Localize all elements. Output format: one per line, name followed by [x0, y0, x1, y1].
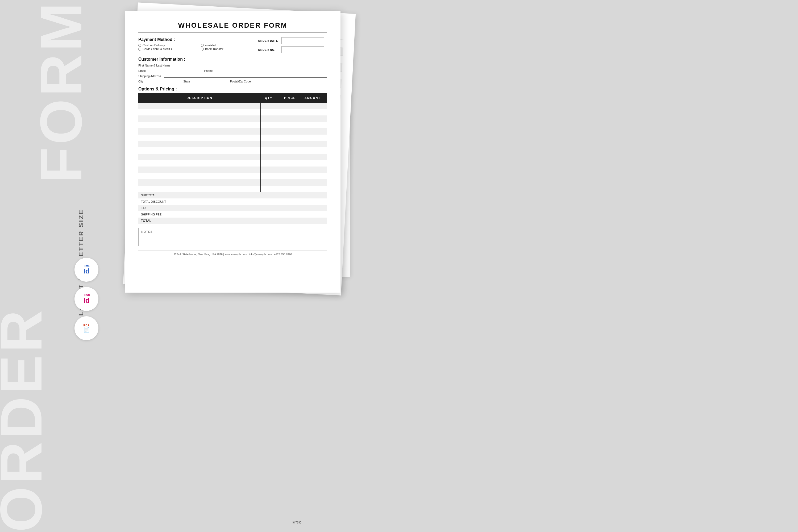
summary-row-discount: TOTAL DISCOUNT [138, 198, 327, 205]
label-total: TOTAL [141, 219, 258, 223]
payment-option-cod: Cash on Delivery [138, 44, 195, 47]
label-tax: TAX [141, 206, 258, 210]
table-row[interactable] [138, 186, 327, 192]
payment-label-card: Cards ( debit & credit ) [142, 48, 172, 51]
document-title: WHOLESALE ORDER FORM [138, 21, 327, 30]
summary-row-total: TOTAL [138, 217, 327, 224]
order-date-input[interactable] [281, 37, 324, 44]
title-divider [138, 32, 327, 33]
payment-label-cod: Cash on Delivery [142, 44, 165, 47]
table-vline-2 [282, 103, 282, 192]
footer-text: 1234/k State Name, New York, USA 9876 | … [174, 253, 292, 256]
main-document: WHOLESALE ORDER FORM Payment Method : Ca… [125, 11, 341, 292]
table-header-row: DESCRIPTION QTY PRICE AMOUNT [138, 93, 327, 103]
label-phone: Phone [204, 69, 213, 72]
table-row[interactable] [138, 109, 327, 115]
table-row[interactable] [138, 122, 327, 128]
col-header-amount: AMOUNT [301, 96, 324, 99]
watermark-order-text: ORDER [0, 307, 51, 532]
notes-label: NOTES [141, 230, 153, 233]
table-vline-1 [261, 103, 261, 192]
label-email: Email [138, 69, 146, 72]
table-body: SUBTOTAL TOTAL DISCOUNT TAX [138, 103, 327, 224]
radio-ewallet[interactable] [201, 44, 204, 47]
radio-card[interactable] [138, 48, 141, 51]
icon-idml[interactable]: IDML Id [75, 258, 98, 282]
icons-container: IDML Id INDD Id PDF 📄 [75, 258, 98, 340]
pdf-icon: 📄 [83, 327, 90, 332]
radio-bank[interactable] [201, 48, 204, 51]
table-row[interactable] [138, 128, 327, 135]
form-row-city-state: City State Postal/Zip Code [138, 79, 327, 83]
label-subtotal: SUBTOTAL [141, 194, 258, 197]
order-no-label: ORDER NO. [258, 49, 279, 51]
notes-section: NOTES [138, 228, 327, 246]
form-row-shipping: Shipping Address [138, 74, 327, 78]
input-state[interactable] [193, 79, 227, 83]
icon-indd[interactable]: INDD Id [75, 287, 98, 311]
idml-icon: Id [83, 268, 89, 274]
payment-option-ewallet: e-Wallet [201, 44, 258, 47]
icon-pdf[interactable]: PDF 📄 [75, 316, 98, 340]
label-discount: TOTAL DISCOUNT [141, 200, 258, 203]
order-date-field: ORDER DATE [258, 37, 327, 44]
table-vline-3 [303, 103, 304, 192]
input-postal[interactable] [253, 79, 288, 83]
payment-method-title: Payment Method : [138, 37, 258, 42]
customer-info-title: Customer Information : [138, 57, 327, 62]
summary-rows: SUBTOTAL TOTAL DISCOUNT TAX [138, 192, 327, 224]
watermark-form-text: FORM [32, 0, 88, 183]
radio-cod[interactable] [138, 44, 141, 47]
col-header-description: DESCRIPTION [141, 96, 258, 99]
payment-left: Payment Method : Cash on Delivery e-Wall… [138, 37, 258, 51]
col-header-price: PRICE [279, 96, 301, 99]
pricing-table: DESCRIPTION QTY PRICE AMOUNT [138, 93, 327, 224]
table-row[interactable] [138, 147, 327, 154]
summary-vline [303, 192, 304, 224]
indd-icon: Id [83, 297, 89, 304]
order-no-input[interactable] [281, 46, 324, 53]
label-city: City [138, 80, 144, 83]
pricing-title: Options & Pricing : [138, 87, 327, 92]
label-name: First Name & Last Name [138, 64, 170, 67]
table-rows-container [138, 103, 327, 192]
table-row[interactable] [138, 115, 327, 122]
right-footer-text: i6 7890 [292, 521, 301, 524]
input-email[interactable] [148, 69, 202, 72]
summary-row-tax: TAX [138, 205, 327, 211]
order-date-label: ORDER DATE [258, 39, 279, 42]
table-row[interactable] [138, 141, 327, 147]
payment-method-section: Payment Method : Cash on Delivery e-Wall… [138, 37, 327, 53]
payment-label-ewallet: e-Wallet [205, 44, 216, 47]
label-shipping: Shipping Address [138, 75, 161, 78]
payment-label-bank: Bank Transfer [205, 48, 223, 51]
table-row[interactable] [138, 154, 327, 160]
input-city[interactable] [146, 79, 180, 83]
payment-option-card: Cards ( debit & credit ) [138, 48, 195, 51]
payment-option-bank: Bank Transfer [201, 48, 258, 51]
document-footer: 1234/k State Name, New York, USA 9876 | … [138, 251, 327, 256]
label-postal: Postal/Zip Code [230, 80, 251, 83]
pricing-section: Options & Pricing : DESCRIPTION QTY PRIC… [138, 87, 327, 224]
order-no-field: ORDER NO. [258, 46, 327, 53]
label-shipping-fee: SHIPPING FEE [141, 213, 258, 216]
table-row[interactable] [138, 135, 327, 141]
summary-row-subtotal: SUBTOTAL [138, 192, 327, 198]
table-row[interactable] [138, 167, 327, 173]
form-row-name: First Name & Last Name [138, 63, 327, 67]
summary-row-shipping: SHIPPING FEE [138, 211, 327, 217]
payment-right: ORDER DATE ORDER NO. [258, 37, 327, 53]
input-shipping[interactable] [164, 74, 327, 78]
payment-options: Cash on Delivery e-Wallet Cards ( debit … [138, 44, 258, 51]
table-row[interactable] [138, 179, 327, 186]
table-row[interactable] [138, 173, 327, 179]
form-row-email-phone: Email Phone [138, 69, 327, 72]
col-header-qty: QTY [258, 96, 279, 99]
input-name[interactable] [173, 63, 327, 67]
input-phone[interactable] [215, 69, 327, 72]
notes-box[interactable]: NOTES [138, 228, 327, 246]
table-row[interactable] [138, 160, 327, 167]
customer-info-section: Customer Information : First Name & Last… [138, 57, 327, 83]
table-row[interactable] [138, 103, 327, 109]
label-state: State [183, 80, 190, 83]
